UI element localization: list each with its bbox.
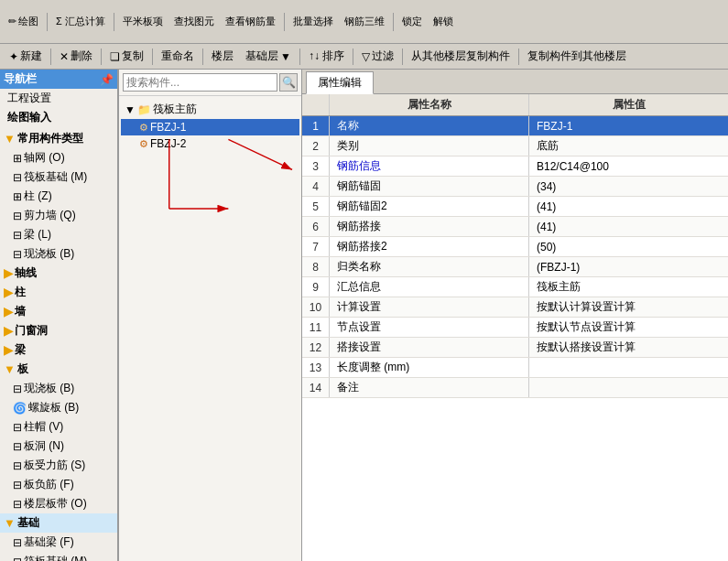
filter-btn[interactable]: ▽ 过滤 xyxy=(356,46,399,67)
prop-row-9[interactable]: 10计算设置按默认计算设置计算 xyxy=(302,297,728,318)
prop-row-name-3: 钢筋锚固 xyxy=(330,177,529,196)
prop-row-num-4: 5 xyxy=(302,197,330,216)
prop-row-7[interactable]: 8归类名称(FBZJ-1) xyxy=(302,257,728,277)
sidebar-item-label: 绘图输入 xyxy=(7,110,51,125)
prop-row-11[interactable]: 12搭接设置按默认搭接设置计算 xyxy=(302,338,728,358)
tb2-sep-1 xyxy=(50,49,51,65)
prop-row-5[interactable]: 6钢筋搭接(41) xyxy=(302,217,728,237)
toolbar-batch-btn[interactable]: 批量选择 xyxy=(288,12,338,31)
sidebar-item-slab-neg[interactable]: ⊟ 板负筋 (F) xyxy=(0,475,117,494)
sidebar-item-col-cap[interactable]: ⊟ 柱帽 (V) xyxy=(0,417,117,437)
expand-icon: ▼ xyxy=(125,103,136,116)
prop-row-0[interactable]: 1名称FBZJ-1 xyxy=(302,116,728,136)
tree-node-fbzj1[interactable]: ⚙ FBZJ-1 xyxy=(121,119,299,135)
prop-row-name-13: 备注 xyxy=(330,378,529,397)
prop-row-name-10: 节点设置 xyxy=(330,318,529,337)
prop-row-value-12 xyxy=(529,358,728,377)
sidebar-cat-slab[interactable]: ▼ 板 xyxy=(0,360,117,379)
sidebar-cat-door[interactable]: ▶ 门窗洞 xyxy=(0,321,117,340)
sidebar-item-beam[interactable]: ⊟ 梁 (L) xyxy=(0,225,117,244)
search-input[interactable] xyxy=(123,73,277,92)
toolbar-sep-2 xyxy=(114,13,114,31)
draw-icon: ✏ xyxy=(8,16,16,27)
prop-row-num-11: 12 xyxy=(302,338,330,357)
sidebar-pin-icon[interactable]: 📌 xyxy=(100,73,114,86)
tb2-sep-5 xyxy=(299,49,300,65)
sidebar-item-drawing[interactable]: 绘图输入 xyxy=(0,108,117,127)
toolbar-unlock-btn[interactable]: 解锁 xyxy=(429,12,458,31)
item-icon: ⊟ xyxy=(13,210,22,222)
prop-row-2[interactable]: 3钢筋信息B12/C14@100 xyxy=(302,156,728,177)
property-rows-container: 1名称FBZJ-12类别底筋3钢筋信息B12/C14@1004钢筋锚固(34)5… xyxy=(302,116,728,398)
prop-row-num-3: 4 xyxy=(302,177,330,196)
prop-row-1[interactable]: 2类别底筋 xyxy=(302,136,728,156)
sidebar-item-slab-rebar[interactable]: ⊟ 板受力筋 (S) xyxy=(0,456,117,475)
sidebar-item-slab-hole[interactable]: ⊟ 板洞 (N) xyxy=(0,437,117,456)
prop-row-12[interactable]: 13长度调整 (mm) xyxy=(302,358,728,378)
sidebar-item-spiral-slab[interactable]: 🌀 螺旋板 (B) xyxy=(0,398,117,417)
prop-row-value-8: 筏板主筋 xyxy=(529,277,728,297)
sidebar-header: 导航栏 📌 xyxy=(0,70,117,89)
tb2-sep-6 xyxy=(353,49,353,65)
toolbar-3d-btn[interactable]: 钢筋三维 xyxy=(340,12,389,31)
copy-from-floor-btn[interactable]: 从其他楼层复制构件 xyxy=(406,46,516,67)
sidebar-cat-foundation[interactable]: ▼ 基础 xyxy=(0,513,117,533)
new-btn[interactable]: ✦ 新建 xyxy=(4,46,48,67)
prop-row-value-4: (41) xyxy=(529,197,728,216)
sort-btn[interactable]: ↑↓ 排序 xyxy=(303,46,350,67)
prop-row-3[interactable]: 4钢筋锚固(34) xyxy=(302,177,728,197)
sidebar-item-raft-found[interactable]: ⊟ 筏板基础 (M) xyxy=(0,552,117,561)
prop-row-name-1: 类别 xyxy=(330,136,529,156)
sidebar-item-raft[interactable]: ⊟ 筏板基础 (M) xyxy=(0,167,117,187)
sidebar-item-shear-wall[interactable]: ⊟ 剪力墙 (Q) xyxy=(0,206,117,225)
toolbar-lock-btn[interactable]: 锁定 xyxy=(397,12,427,31)
top-toolbar: ✏ 绘图 Σ 汇总计算 平米板项 查找图元 查看钢筋量 批量选择 钢筋三维 锁定… xyxy=(0,0,728,44)
copy-btn[interactable]: ❏ 复制 xyxy=(104,46,149,67)
tree-root[interactable]: ▼ 📁 筏板主筋 xyxy=(121,100,299,119)
item-icon: ⊟ xyxy=(13,440,22,453)
copy-to-floor-btn[interactable]: 复制构件到其他楼层 xyxy=(522,46,632,67)
rename-btn[interactable]: 重命名 xyxy=(156,46,200,67)
search-button[interactable]: 🔍 xyxy=(279,73,298,92)
prop-row-6[interactable]: 7钢筋搭接2(50) xyxy=(302,237,728,257)
sidebar-cat-common[interactable]: ▼ 常用构件类型 xyxy=(0,129,117,148)
prop-row-name-0: 名称 xyxy=(330,116,529,135)
sidebar-item-slab[interactable]: ⊟ 现浇板 (B) xyxy=(0,244,117,264)
prop-row-value-0: FBZJ-1 xyxy=(529,116,728,135)
prop-row-8[interactable]: 9汇总信息筏板主筋 xyxy=(302,277,728,297)
base-floor-btn[interactable]: 基础层 ▼ xyxy=(240,46,297,67)
prop-row-value-5: (41) xyxy=(529,217,728,236)
sidebar-item-axis[interactable]: ⊞ 轴网 (O) xyxy=(0,148,117,167)
prop-row-num-9: 10 xyxy=(302,297,330,317)
prop-row-10[interactable]: 11节点设置按默认节点设置计算 xyxy=(302,318,728,338)
prop-row-name-5: 钢筋搭接 xyxy=(330,217,529,236)
toolbar-grid-btn[interactable]: 平米板项 xyxy=(118,12,168,31)
prop-row-value-3: (34) xyxy=(529,177,728,196)
toolbar-rebar-btn[interactable]: 查看钢筋量 xyxy=(221,12,280,31)
sidebar-cat-beam[interactable]: ▶ 梁 xyxy=(0,340,117,360)
sidebar-item-engineering[interactable]: 工程设置 xyxy=(0,89,117,108)
sidebar-cat-wall[interactable]: ▶ 墙 xyxy=(0,302,117,321)
folder-icon: ▼ xyxy=(4,362,16,376)
item-icon: ⊟ xyxy=(13,421,22,434)
sidebar-cat-axis[interactable]: ▶ 轴线 xyxy=(0,264,117,283)
sidebar-item-floor-strip[interactable]: ⊟ 楼层板带 (O) xyxy=(0,494,117,513)
sidebar-item-found-beam[interactable]: ⊟ 基础梁 (F) xyxy=(0,533,117,552)
prop-row-num-7: 8 xyxy=(302,257,330,276)
toolbar-draw-btn[interactable]: ✏ 绘图 xyxy=(4,12,43,31)
sidebar-item-cast-slab[interactable]: ⊟ 现浇板 (B) xyxy=(0,379,117,398)
toolbar-find-btn[interactable]: 查找图元 xyxy=(169,12,219,31)
folder-icon: ▼ xyxy=(4,516,16,530)
prop-row-13[interactable]: 14备注 xyxy=(302,378,728,398)
sidebar-cat-col[interactable]: ▶ 柱 xyxy=(0,283,117,302)
floor-btn[interactable]: 楼层 xyxy=(206,46,239,67)
tree-node-fbzj2[interactable]: ⚙ FBZJ-2 xyxy=(121,135,299,152)
prop-row-name-2[interactable]: 钢筋信息 xyxy=(330,156,529,176)
prop-row-4[interactable]: 5钢筋锚固2(41) xyxy=(302,197,728,217)
tab-property-editor[interactable]: 属性编辑 xyxy=(306,71,374,94)
toolbar-sum-btn[interactable]: Σ 汇总计算 xyxy=(51,12,110,31)
item-icon: ⊟ xyxy=(13,536,22,549)
sidebar-item-column[interactable]: ⊞ 柱 (Z) xyxy=(0,187,117,206)
tab-bar: 属性编辑 xyxy=(302,70,728,94)
delete-btn[interactable]: ✕ 删除 xyxy=(54,46,98,67)
